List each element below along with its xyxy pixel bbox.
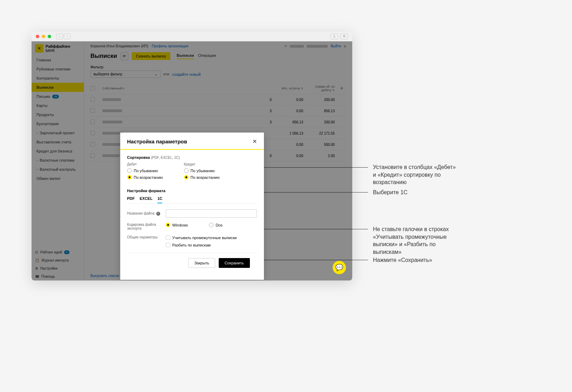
modal-body: Сортировка (PDF, EXCEL, 1C) Дебет По убы… xyxy=(120,150,264,280)
debit-col-label: Дебет xyxy=(127,162,163,166)
annotation-tab: Выберите 1С xyxy=(373,189,408,196)
maximize-window-icon[interactable] xyxy=(48,35,51,38)
credit-asc-radio[interactable]: По возрастанию xyxy=(184,175,220,180)
general-params-label: Общие параметры xyxy=(127,235,162,239)
annotation-checks: Не ставьте галочки в строках «Учитывать … xyxy=(373,225,454,256)
annotation-save: Нажмите «Сохранить» xyxy=(373,256,432,264)
close-window-icon[interactable] xyxy=(36,35,39,38)
back-button[interactable]: ‹ xyxy=(56,34,63,39)
annotation-sort: Установите в столбцах «Дебет» и «Кредит»… xyxy=(373,163,457,186)
format-tab-excel[interactable]: EXCEL xyxy=(140,196,153,203)
nav-arrows: ‹ › xyxy=(56,34,71,39)
sort-section-sublabel: (PDF, EXCEL, 1C) xyxy=(151,156,180,160)
modal-title: Настройка параметров xyxy=(127,138,187,144)
intermediate-checkbox[interactable]: Учитывать промежуточные выписки xyxy=(166,235,257,240)
format-tab-1c[interactable]: 1C xyxy=(157,196,162,203)
close-icon[interactable]: ✕ xyxy=(252,138,257,145)
encoding-windows-radio[interactable]: Windows xyxy=(166,223,188,227)
save-button[interactable]: Сохранить xyxy=(219,258,250,268)
tabs-icon[interactable]: ⧉ xyxy=(340,34,348,39)
encoding-dos-radio[interactable]: Dos xyxy=(209,223,223,227)
minimize-window-icon[interactable] xyxy=(42,35,45,38)
sort-section-label: Сортировка xyxy=(127,155,150,160)
modal-footer: Закрыть Сохранить xyxy=(127,253,257,274)
filename-label: Название файла xyxy=(127,211,155,215)
split-checkbox[interactable]: Разбить по выпискам xyxy=(166,243,257,247)
forward-button[interactable]: › xyxy=(64,34,71,39)
filename-input[interactable] xyxy=(166,209,257,218)
debit-desc-radio[interactable]: По убыванию xyxy=(127,168,163,173)
credit-desc-radio[interactable]: По убыванию xyxy=(184,168,220,173)
format-section-label: Настройки формата xyxy=(127,189,257,193)
app-content: ✕ Райффайзен БАНК ГлавнаяРублевые платеж… xyxy=(32,41,352,281)
settings-modal: Настройка параметров ✕ Сортировка (PDF, … xyxy=(120,133,264,280)
help-icon[interactable]: ? xyxy=(156,212,160,216)
share-icon[interactable]: ↥ xyxy=(331,34,338,39)
close-button[interactable]: Закрыть xyxy=(188,258,215,268)
debit-asc-radio[interactable]: По возрастанию xyxy=(127,175,163,180)
traffic-lights xyxy=(36,35,51,38)
format-tab-pdf[interactable]: PDF xyxy=(127,196,135,203)
modal-header: Настройка параметров ✕ xyxy=(120,133,264,150)
encoding-label: Кодировка файла экспорта xyxy=(127,223,162,230)
browser-window: ‹ › ↥ ⧉ ✕ Райффайзен БАНК ГлавнаяРублевы… xyxy=(32,32,352,281)
browser-right-controls: ↥ ⧉ xyxy=(331,34,348,39)
browser-chrome: ‹ › ↥ ⧉ xyxy=(32,32,352,41)
chat-button[interactable]: 💬 xyxy=(333,261,346,274)
credit-col-label: Кредит xyxy=(184,162,220,166)
